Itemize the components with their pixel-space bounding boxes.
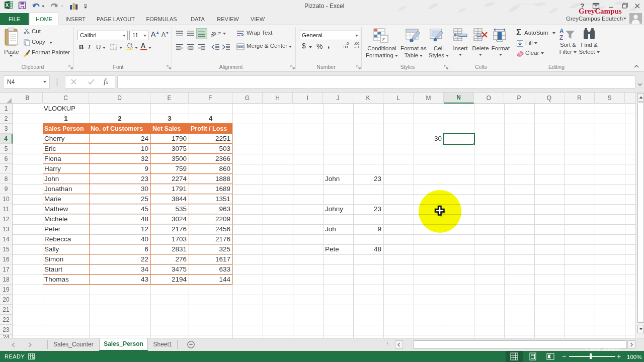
- svg-text:ab: ab: [211, 30, 217, 37]
- svg-text:Z: Z: [559, 34, 563, 41]
- svg-text:X: X: [6, 2, 9, 8]
- svg-text:≠: ≠: [382, 36, 385, 42]
- svg-text:A: A: [559, 28, 564, 35]
